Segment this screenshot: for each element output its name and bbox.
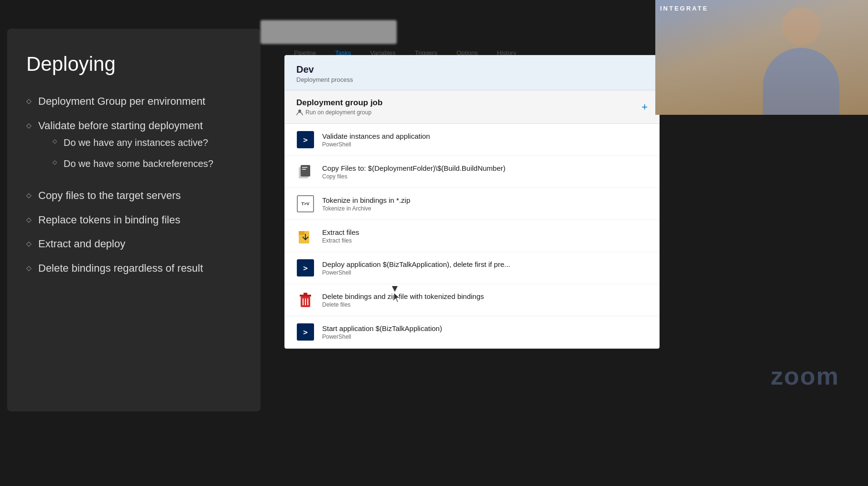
task-text-extract: Extract files Extract files [322,228,648,244]
job-info: Deployment group job Run on deployment g… [296,98,382,116]
deployment-group-icon [296,109,303,116]
task-text-delete: Delete bindings and zip file with tokeni… [322,292,648,308]
task-text-start: Start application $(BizTalkApplication) … [322,324,648,340]
bullet-group-2: Validate before starting deployment ◇ Do… [38,119,214,179]
svg-rect-9 [300,295,311,297]
task-item-delete[interactable]: Delete bindings and zip file with tokeni… [285,284,659,316]
bullet-list: ◇ Deployment Group per environment ◇ Val… [26,95,241,276]
sub-bullet-2: ◇ Do we have some backreferences? [53,157,214,170]
task-item-copy[interactable]: Copy Files to: $(DeploymentFolder)\$(Bui… [285,156,659,188]
tokenize-icon: T>V [297,195,314,212]
bullet-text-2: Validate before starting deployment [38,120,203,132]
video-feed: INTEGRATE [655,0,868,115]
bullet-diamond-2: ◇ [26,121,32,130]
bullet-text-1: Deployment Group per environment [38,95,206,109]
slide-title: Deploying [26,53,241,76]
deployment-process-label: Deployment process [296,76,648,83]
bullet-text-4: Replace tokens in binding files [38,213,180,227]
task-icon-powershell-2 [296,259,315,277]
svg-rect-4 [302,169,306,170]
task-text-deploy: Deploy application $(BizTalkApplication)… [322,260,648,276]
task-item-validate[interactable]: Validate instances and application Power… [285,124,659,156]
bullet-diamond-6: ◇ [26,264,32,272]
task-type-delete: Delete files [322,301,648,308]
task-type-copy: Copy files [322,173,648,180]
environment-title: Dev [296,64,648,75]
sub-diamond-1: ◇ [53,138,57,145]
task-icon-powershell-3 [296,323,315,341]
blurred-topbar [260,20,397,44]
svg-point-0 [298,110,301,112]
task-item-extract[interactable]: Extract files Extract files [285,220,659,252]
bullet-diamond-4: ◇ [26,215,32,224]
powershell-icon-3 [297,323,314,341]
bullet-diamond-3: ◇ [26,191,32,199]
task-item-tokenize[interactable]: T>V Tokenize in bindings in *.zip Tokeni… [285,188,659,220]
sub-text-2: Do we have some backreferences? [64,157,214,170]
bullet-diamond-5: ◇ [26,239,32,248]
task-item-deploy[interactable]: Deploy application $(BizTalkApplication)… [285,252,659,284]
dev-header: Dev Deployment process [285,55,659,90]
powershell-icon-2 [297,259,314,276]
bullet-diamond-1: ◇ [26,97,32,105]
bullet-item-1: ◇ Deployment Group per environment [26,95,241,109]
zoom-logo: zoom [770,362,839,390]
sub-bullet-1: ◇ Do we have any instances active? [53,136,214,149]
presentation-slide: Deploying ◇ Deployment Group per environ… [7,29,260,411]
task-name-validate: Validate instances and application [322,132,648,140]
task-type-tokenize: Tokenize in Archive [322,205,648,212]
video-overlay [655,0,868,115]
devops-panel: Dev Deployment process Deployment group … [284,55,660,349]
task-type-validate: PowerShell [322,141,648,148]
svg-rect-6 [299,231,304,235]
task-icon-powershell-1 [296,131,315,149]
delete-files-icon [297,291,314,309]
bullet-text-6: Delete bindings regardless of result [38,262,203,276]
svg-rect-3 [302,167,307,168]
extract-files-icon [297,227,314,244]
job-title: Deployment group job [296,98,382,108]
video-person [655,0,868,115]
svg-rect-10 [304,293,307,295]
sub-diamond-2: ◇ [53,159,57,166]
task-name-start: Start application $(BizTalkApplication) [322,324,648,332]
bullet-item-4: ◇ Replace tokens in binding files [26,213,241,227]
task-text-tokenize: Tokenize in bindings in *.zip Tokenize i… [322,196,648,212]
task-text-copy: Copy Files to: $(DeploymentFolder)\$(Bui… [322,164,648,180]
add-task-button[interactable]: + [641,101,648,113]
deployment-job-header: Deployment group job Run on deployment g… [285,90,659,124]
job-subtitle: Run on deployment group [296,109,382,116]
powershell-icon-1 [297,131,314,148]
svg-rect-2 [301,165,310,177]
bullet-item-6: ◇ Delete bindings regardless of result [26,262,241,276]
task-icon-tokenize: T>V [296,195,315,213]
task-icon-delete [296,291,315,309]
bullet-item-2: ◇ Validate before starting deployment ◇ … [26,119,241,179]
task-icon-extract [296,227,315,245]
task-name-tokenize: Tokenize in bindings in *.zip [322,196,648,204]
bullet-text-3: Copy files to the target servers [38,189,181,203]
task-type-extract: Extract files [322,237,648,244]
job-subtitle-text: Run on deployment group [305,109,371,116]
task-name-deploy: Deploy application $(BizTalkApplication)… [322,260,648,268]
task-type-deploy: PowerShell [322,269,648,276]
sub-text-1: Do we have any instances active? [64,136,208,149]
copy-files-icon [297,163,314,180]
task-name-extract: Extract files [322,228,648,236]
sub-bullet-list: ◇ Do we have any instances active? ◇ Do … [38,136,214,170]
task-icon-copy [296,163,315,181]
task-name-delete: Delete bindings and zip file with tokeni… [322,292,648,300]
bullet-text-5: Extract and deploy [38,237,125,251]
task-name-copy: Copy Files to: $(DeploymentFolder)\$(Bui… [322,164,648,172]
integrate-logo: INTEGRATE [660,5,708,12]
task-type-start: PowerShell [322,333,648,340]
task-item-start[interactable]: Start application $(BizTalkApplication) … [285,316,659,348]
bullet-item-3: ◇ Copy files to the target servers [26,189,241,203]
task-list: Validate instances and application Power… [285,124,659,348]
bullet-item-5: ◇ Extract and deploy [26,237,241,251]
task-text-validate: Validate instances and application Power… [322,132,648,148]
